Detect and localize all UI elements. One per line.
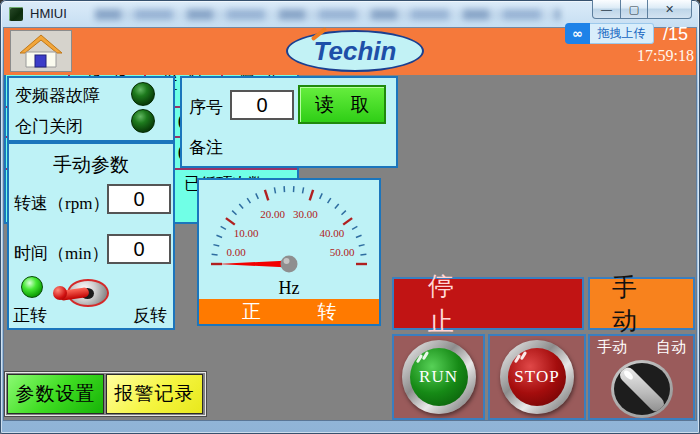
door-closed-label: 仓门关闭 — [15, 115, 83, 138]
svg-text:10.00: 10.00 — [234, 227, 259, 239]
client-area: Techin 17:59:18 变频器故障 仓门关闭 手动参数 转速（rpm） … — [4, 28, 696, 420]
speed-input[interactable] — [107, 184, 171, 214]
knob-face-icon — [614, 363, 670, 415]
drag-upload-widget[interactable]: ∞ 拖拽上传 — [565, 23, 654, 44]
remark-label: 备注 — [189, 136, 223, 159]
toggle-ball-icon — [53, 286, 67, 300]
status-panel: 变频器故障 仓门关闭 — [7, 76, 175, 142]
techin-logo-text: Techin — [314, 36, 397, 67]
selector-manual-label: 手动 — [597, 338, 627, 357]
status-row-door-closed: 仓门关闭 — [9, 109, 173, 140]
window-title: HMIUI — [30, 6, 67, 21]
footer-button-frame: 参数设置 报警记录 — [5, 372, 206, 416]
share-icon[interactable]: ∞ — [565, 23, 590, 44]
read-panel: 序号 读 取 备注 — [180, 76, 398, 168]
time-input[interactable] — [107, 234, 171, 264]
forward-label: 正转 — [13, 304, 47, 327]
inverter-fault-led-icon — [131, 82, 155, 106]
gauge-unit-label: Hz — [199, 278, 379, 297]
svg-text:50.00: 50.00 — [330, 246, 355, 258]
run-button[interactable]: RUN — [402, 340, 476, 414]
minimize-button[interactable]: — — [592, 0, 621, 19]
svg-text:20.00: 20.00 — [260, 208, 285, 220]
drag-upload-button[interactable]: 拖拽上传 — [590, 23, 654, 44]
stop-button-panel: STOP — [488, 334, 586, 420]
close-button[interactable]: ✕ — [647, 0, 692, 19]
svg-text:30.00: 30.00 — [293, 208, 318, 220]
clock: 17:59:18 — [604, 47, 694, 71]
alarm-record-button[interactable]: 报警记录 — [106, 374, 203, 414]
forward-run-led-icon — [21, 276, 43, 298]
home-button[interactable] — [10, 30, 72, 72]
window-controls: — ▢ ✕ — [593, 0, 692, 19]
stop-bar-button[interactable]: 停 止 — [392, 277, 584, 330]
manual-parameters-panel: 手动参数 转速（rpm） 时间（min） 正转 反转 — [7, 142, 175, 330]
selector-auto-label: 自动 — [656, 338, 686, 357]
serial-label: 序号 — [189, 96, 223, 119]
mode-selector-knob[interactable] — [611, 360, 673, 418]
frequency-gauge-panel: 0.0010.0020.0030.0040.0050.00 Hz 正 转 — [197, 178, 381, 326]
direction-toggle-switch[interactable] — [61, 277, 109, 309]
mode-selector-panel: 手动 自动 — [588, 334, 695, 420]
door-closed-led-icon — [131, 109, 155, 133]
home-icon — [18, 34, 64, 68]
inverter-fault-label: 变频器故障 — [15, 84, 100, 107]
speed-label: 转速（rpm） — [14, 192, 109, 215]
app-icon — [9, 7, 23, 21]
stop-round-button[interactable]: STOP — [500, 340, 574, 414]
svg-text:0.00: 0.00 — [226, 246, 246, 258]
rotation-direction-banner: 正 转 — [199, 299, 379, 324]
parameter-settings-button[interactable]: 参数设置 — [7, 374, 104, 414]
hmi-window: HMIUI — ▢ ✕ ∞ 拖拽上传 /15 Techin 17:59:18 — [0, 0, 700, 434]
time-label: 时间（min） — [14, 242, 108, 265]
reverse-label: 反转 — [133, 304, 167, 327]
techin-logo: Techin — [286, 30, 424, 72]
status-row-inverter-fault: 变频器故障 — [9, 78, 173, 109]
manual-bar-button[interactable]: 手 动 — [588, 277, 695, 330]
run-button-panel: RUN — [392, 334, 485, 420]
manual-parameters-title: 手动参数 — [9, 152, 173, 178]
serial-input[interactable] — [230, 90, 294, 120]
frequency-gauge: 0.0010.0020.0030.0040.0050.00 — [199, 180, 379, 280]
maximize-button[interactable]: ▢ — [620, 0, 648, 19]
read-button[interactable]: 读 取 — [298, 85, 386, 124]
svg-text:40.00: 40.00 — [320, 227, 345, 239]
redacted-title-text — [95, 9, 560, 20]
